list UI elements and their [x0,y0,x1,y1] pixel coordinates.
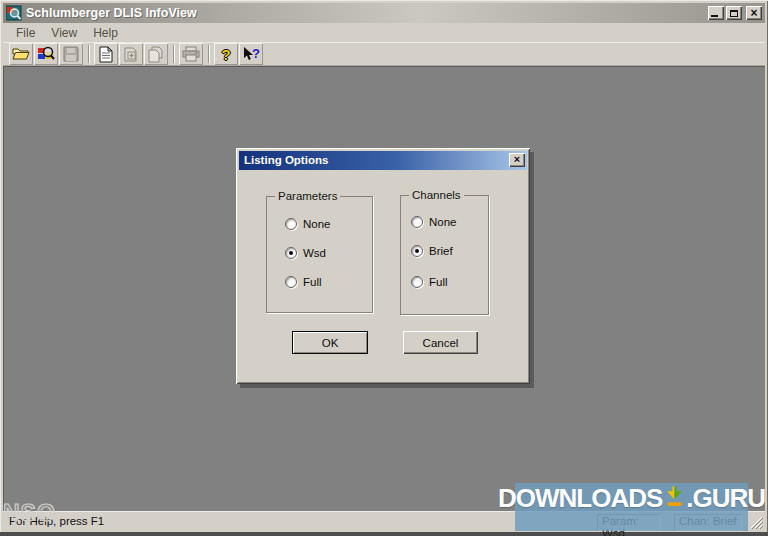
radio-icon[interactable] [285,247,297,259]
ok-button[interactable]: OK [292,331,368,354]
help-button[interactable]: ? [214,43,238,65]
radio-icon[interactable] [285,276,297,288]
dialog-title-bar[interactable]: Listing Options × [239,151,527,170]
watermark-brand-right: .GURU [686,484,765,512]
close-icon: × [750,8,757,19]
menu-help[interactable]: Help [85,24,126,42]
copy-pages-icon [148,46,164,63]
radio-icon[interactable] [411,276,423,288]
title-bar: Schlumberger DLIS InfoView × [3,3,765,23]
toolbar-separator [88,45,90,63]
listing-options-dialog: Listing Options × Parameters None Wsd Fu… [236,148,530,384]
save-button[interactable] [59,43,83,65]
save-icon [63,46,79,62]
toolbar-separator [208,45,210,63]
new-document-icon [99,46,113,63]
radio-channels-brief[interactable]: Brief [411,244,453,258]
parameters-group-label: Parameters [275,189,340,203]
dialog-close-button[interactable]: × [509,153,525,167]
channels-group-label: Channels [409,188,464,202]
radio-icon[interactable] [411,245,423,257]
svg-text:?: ? [252,46,260,61]
downloads-guru-watermark: DOWNLOADS .GURU [515,483,748,531]
radio-parameters-wsd[interactable]: Wsd [285,246,326,260]
watermark-brand-left: DOWNLOADS [498,484,662,512]
add-page-button[interactable] [119,43,143,65]
maximize-button[interactable] [726,6,742,20]
radio-parameters-none[interactable]: None [285,217,331,231]
menu-bar: File View Help [3,23,765,42]
radio-parameters-full[interactable]: Full [285,275,322,289]
resize-grip[interactable] [750,516,763,529]
window-bottom-edge [0,532,768,536]
context-help-icon: ? [242,46,260,62]
open-file-button[interactable] [9,43,33,65]
add-page-icon [124,46,139,63]
toolbar-separator [173,45,175,63]
dlis-view-icon [37,45,55,63]
cancel-button[interactable]: Cancel [403,331,478,354]
ghost-watermark-text: NSO [3,500,56,527]
close-button[interactable]: × [746,6,762,20]
channels-group: Channels None Brief Full [400,195,489,315]
copy-pages-button[interactable] [144,43,168,65]
open-folder-icon [12,46,30,62]
menu-file[interactable]: File [8,24,43,42]
window-title: Schlumberger DLIS InfoView [26,6,197,20]
context-help-button[interactable]: ? [239,43,263,65]
listing-button[interactable] [94,43,118,65]
app-icon [6,5,22,21]
minimize-icon [711,15,718,17]
help-icon: ? [221,46,230,63]
print-icon [182,46,200,62]
dialog-title: Listing Options [244,154,328,166]
download-icon [664,486,685,510]
radio-channels-none[interactable]: None [411,215,457,229]
radio-icon[interactable] [411,216,423,228]
radio-channels-full[interactable]: Full [411,275,448,289]
minimize-button[interactable] [708,6,724,20]
toolbar: ? ? [3,42,765,66]
window-controls: × [708,6,762,20]
radio-icon[interactable] [285,218,297,230]
parameters-group: Parameters None Wsd Full [266,196,373,313]
dlis-view-button[interactable] [34,43,58,65]
app-window: Schlumberger DLIS InfoView × File View H… [0,0,768,536]
menu-view[interactable]: View [43,24,85,42]
maximize-icon [730,10,738,17]
print-button[interactable] [179,43,203,65]
